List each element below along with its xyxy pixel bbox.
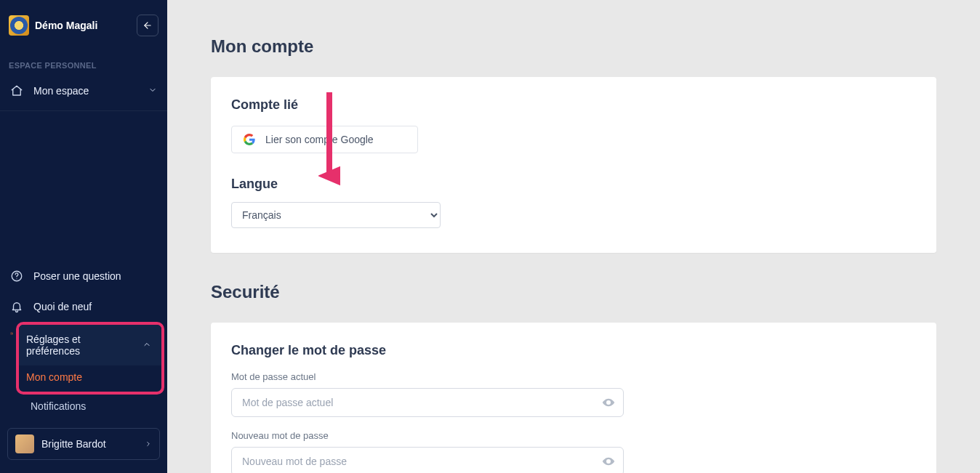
security-card: Changer le mot de passe Mot de passe act… — [211, 323, 936, 473]
security-title: Securité — [211, 282, 936, 302]
link-google-button[interactable]: Lier son compte Google — [231, 126, 418, 153]
divider — [0, 110, 167, 111]
google-button-text: Lier son compte Google — [265, 134, 374, 145]
user-name: Brigitte Bardot — [41, 438, 137, 450]
sidebar-item-quoi-de-neuf[interactable]: Quoi de neuf — [0, 291, 167, 322]
chevron-down-icon — [148, 85, 157, 97]
eye-icon[interactable] — [602, 455, 615, 468]
gear-icon — [0, 322, 13, 335]
sidebar-sub-mon-compte[interactable]: Mon compte — [19, 365, 161, 389]
eye-icon[interactable] — [602, 396, 615, 409]
page-title: Mon compte — [211, 36, 936, 57]
main-content: Mon compte Compte lié Lier son compte Go… — [167, 0, 980, 473]
sidebar-section-label: ESPACE PERSONNEL — [0, 49, 167, 76]
language-heading: Langue — [231, 177, 916, 192]
new-password-input[interactable] — [231, 447, 624, 473]
sidebar-settings-highlight: Réglages et préférences Mon compte — [16, 322, 164, 395]
language-select[interactable]: Français — [231, 202, 441, 228]
sidebar-item-label: Quoi de neuf — [33, 301, 92, 312]
svg-point-2 — [16, 278, 17, 279]
sidebar-item-reglages[interactable]: Réglages et préférences — [19, 325, 161, 365]
account-card: Compte lié Lier son compte Google Langue… — [211, 77, 936, 253]
sidebar-item-label: Mon espace — [33, 85, 89, 97]
current-password-input[interactable] — [231, 388, 624, 417]
chevron-right-icon — [145, 437, 152, 450]
bell-icon — [10, 300, 23, 313]
new-password-label: Nouveau mot de passe — [231, 430, 916, 441]
brand-name: Démo Magali — [35, 20, 97, 31]
sidebar-item-label: Réglages et préférences — [26, 333, 132, 357]
sidebar-item-mon-espace[interactable]: Mon espace — [0, 76, 167, 106]
chevron-up-icon — [142, 339, 151, 351]
sidebar-sub-notifications[interactable]: Notifications — [0, 395, 167, 418]
avatar — [15, 434, 34, 453]
arrow-left-icon — [142, 20, 153, 31]
sidebar: Démo Magali ESPACE PERSONNEL Mon espace … — [0, 0, 167, 473]
change-password-heading: Changer le mot de passe — [231, 343, 916, 358]
brand-logo — [9, 15, 29, 36]
current-password-label: Mot de passe actuel — [231, 371, 916, 382]
svg-point-3 — [12, 333, 12, 334]
sidebar-item-label: Poser une question — [33, 270, 121, 282]
sidebar-item-poser-question[interactable]: Poser une question — [0, 261, 167, 291]
user-card[interactable]: Brigitte Bardot — [7, 428, 160, 460]
home-icon — [10, 84, 23, 97]
collapse-sidebar-button[interactable] — [137, 15, 158, 36]
sidebar-header: Démo Magali — [0, 0, 167, 49]
google-icon — [244, 134, 255, 145]
brand: Démo Magali — [9, 15, 97, 36]
linked-account-heading: Compte lié — [231, 97, 916, 113]
help-icon — [10, 270, 23, 283]
